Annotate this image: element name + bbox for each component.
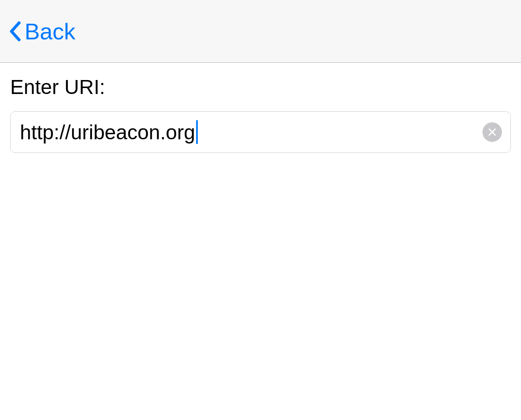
content-area: Enter URI: http://uribeacon.org (0, 63, 521, 166)
uri-input-display: http://uribeacon.org (20, 120, 198, 144)
uri-field-label: Enter URI: (10, 75, 511, 99)
clear-input-button[interactable] (482, 122, 502, 142)
uri-input-container[interactable]: http://uribeacon.org (10, 111, 511, 153)
navigation-bar: Back (0, 0, 521, 63)
text-cursor (196, 120, 198, 144)
back-label: Back (25, 18, 75, 44)
back-button[interactable]: Back (8, 18, 75, 44)
close-icon (488, 127, 497, 137)
uri-input-text: http://uribeacon.org (20, 121, 195, 144)
chevron-left-icon (8, 21, 21, 41)
